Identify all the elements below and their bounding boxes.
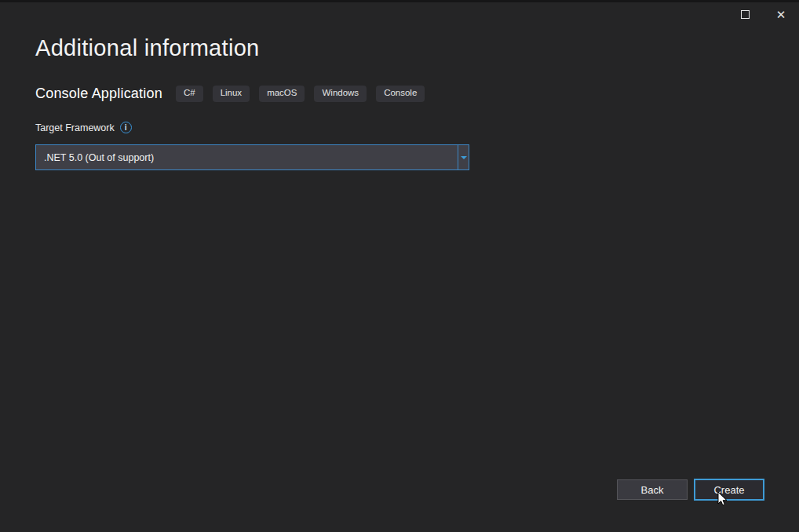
tag-macos: macOS: [259, 86, 305, 102]
window-top-border: [0, 0, 799, 2]
additional-information-dialog: ✕ Additional information Console Applica…: [0, 0, 799, 532]
page-title: Additional information: [35, 35, 259, 61]
close-icon: ✕: [776, 9, 786, 20]
maximize-button[interactable]: [727, 2, 763, 26]
project-summary-row: Console Application C# Linux macOS Windo…: [35, 86, 425, 102]
project-type-heading: Console Application: [35, 86, 162, 102]
create-button[interactable]: Create: [694, 479, 764, 501]
chevron-down-icon: [461, 156, 467, 159]
target-framework-label-row: Target Framework i: [35, 122, 132, 133]
close-button[interactable]: ✕: [763, 2, 799, 26]
info-icon[interactable]: i: [120, 122, 132, 133]
target-framework-combobox[interactable]: .NET 5.0 (Out of support): [35, 144, 469, 170]
maximize-icon: [741, 10, 750, 19]
target-framework-label: Target Framework: [35, 122, 115, 133]
project-tags: C# Linux macOS Windows Console: [176, 86, 425, 102]
tag-linux: Linux: [213, 86, 250, 102]
tag-console: Console: [376, 86, 425, 102]
tag-csharp: C#: [176, 86, 203, 102]
combobox-selected-value: .NET 5.0 (Out of support): [36, 145, 458, 169]
combobox-dropdown-button[interactable]: [458, 145, 469, 169]
tag-windows: Windows: [314, 86, 367, 102]
title-bar: ✕: [727, 2, 799, 27]
back-button[interactable]: Back: [617, 479, 688, 500]
